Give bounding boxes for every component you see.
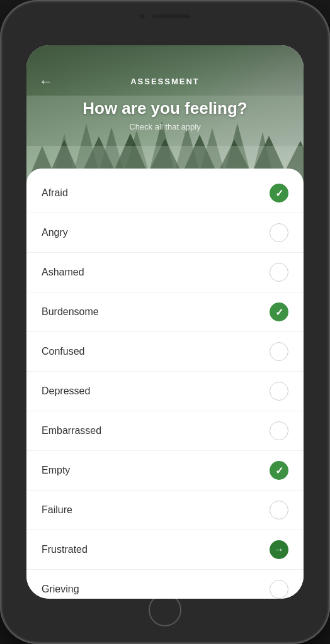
feelings-list[interactable]: Afraid ✓ Angry Ashamed Burdensome ✓ bbox=[26, 169, 304, 599]
phone-frame: ← ASSESSMENT How are you feeling? Check … bbox=[0, 0, 330, 644]
header-content: How are you feeling? Check all that appl… bbox=[26, 92, 304, 138]
checkmark-icon: ✓ bbox=[275, 465, 283, 477]
header-nav: ← ASSESSMENT bbox=[26, 45, 304, 92]
checkbox-unchecked[interactable] bbox=[270, 342, 288, 361]
feeling-label: Frustrated bbox=[42, 544, 88, 555]
list-item[interactable]: Ashamed bbox=[26, 253, 304, 292]
list-item[interactable]: Grieving bbox=[26, 570, 304, 599]
list-item[interactable]: Angry bbox=[26, 213, 304, 253]
feeling-label: Confused bbox=[42, 346, 85, 357]
list-item[interactable]: Failure bbox=[26, 491, 304, 530]
feeling-label: Angry bbox=[42, 227, 68, 238]
list-item[interactable]: Afraid ✓ bbox=[26, 174, 304, 213]
page-title: ASSESSMENT bbox=[130, 77, 200, 86]
back-button[interactable]: ← bbox=[39, 74, 53, 90]
list-item[interactable]: Depressed bbox=[26, 372, 304, 411]
feeling-label: Ashamed bbox=[42, 267, 84, 278]
feeling-label: Afraid bbox=[42, 187, 68, 199]
checkmark-icon: ✓ bbox=[275, 187, 283, 199]
list-item[interactable]: Frustrated → bbox=[26, 530, 304, 570]
phone-screen: ← ASSESSMENT How are you feeling? Check … bbox=[26, 45, 304, 599]
checkbox-unchecked[interactable] bbox=[270, 382, 288, 401]
feeling-label: Burdensome bbox=[42, 306, 99, 318]
feeling-label: Grieving bbox=[42, 584, 79, 595]
checkbox-checked[interactable]: ✓ bbox=[270, 461, 288, 480]
checkmark-icon: ✓ bbox=[275, 306, 283, 318]
checkbox-unchecked[interactable] bbox=[270, 223, 288, 242]
list-item[interactable]: Burdensome ✓ bbox=[26, 292, 304, 332]
list-item[interactable]: Embarrassed bbox=[26, 411, 304, 451]
header-section: ← ASSESSMENT How are you feeling? Check … bbox=[26, 45, 304, 184]
feeling-label: Depressed bbox=[42, 386, 90, 397]
checkbox-unchecked[interactable] bbox=[270, 421, 288, 440]
checkbox-checked[interactable]: ✓ bbox=[270, 184, 288, 203]
checkbox-unchecked[interactable] bbox=[270, 501, 288, 519]
list-item[interactable]: Empty ✓ bbox=[26, 451, 304, 491]
checkbox-checked[interactable]: ✓ bbox=[270, 303, 288, 321]
list-item[interactable]: Confused bbox=[26, 332, 304, 372]
feeling-label: Empty bbox=[42, 465, 70, 476]
subtitle-text: Check all that apply bbox=[39, 122, 291, 131]
arrow-right-icon: → bbox=[274, 544, 284, 555]
front-camera bbox=[140, 14, 145, 19]
feeling-label: Embarrassed bbox=[42, 425, 101, 436]
next-button[interactable]: → bbox=[270, 540, 288, 559]
main-question: How are you feeling? bbox=[39, 99, 291, 118]
earpiece-speaker bbox=[152, 14, 190, 18]
checkbox-unchecked[interactable] bbox=[270, 580, 288, 599]
feeling-label: Failure bbox=[42, 504, 72, 516]
checkbox-unchecked[interactable] bbox=[270, 263, 288, 282]
phone-top-bar bbox=[140, 14, 190, 19]
